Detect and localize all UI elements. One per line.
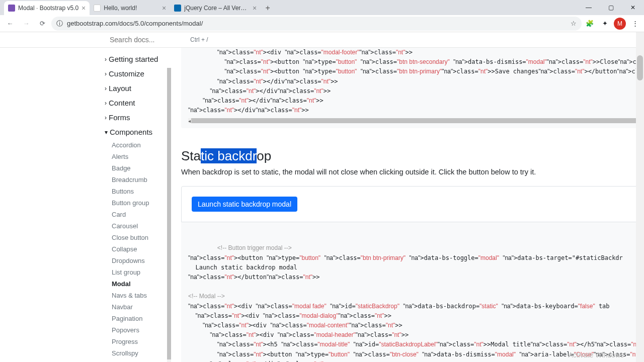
favicon-jquery [174, 5, 181, 12]
extension-icon[interactable]: 🧩 [584, 18, 596, 30]
kebab-menu-icon[interactable]: ⋮ [629, 18, 641, 30]
favicon-bootstrap [8, 5, 15, 12]
forward-button[interactable]: → [19, 17, 33, 31]
extensions-menu-icon[interactable]: ✦ [599, 18, 611, 30]
minimize-button[interactable]: — [578, 0, 600, 15]
address-bar[interactable]: ⓘ getbootstrap.com/docs/5.0/components/m… [51, 17, 582, 31]
tab[interactable]: jQuery Core – All Versions | jQ × [170, 1, 261, 15]
back-button[interactable]: ← [3, 17, 17, 31]
browser-toolbar: ← → ⟳ ⓘ getbootstrap.com/docs/5.0/compon… [0, 15, 644, 32]
tab[interactable]: Hello, world! × [90, 1, 170, 15]
close-icon[interactable]: × [82, 4, 86, 12]
site-info-icon[interactable]: ⓘ [56, 19, 63, 28]
browser-titlebar: Modal · Bootstrap v5.0 × Hello, world! ×… [0, 0, 644, 15]
close-window-button[interactable]: ✕ [622, 0, 644, 15]
profile-avatar[interactable]: M [614, 18, 626, 30]
bookmark-icon[interactable]: ☆ [571, 20, 577, 27]
favicon [94, 5, 101, 12]
close-icon[interactable]: × [253, 4, 257, 12]
reload-button[interactable]: ⟳ [35, 17, 49, 31]
maximize-button[interactable]: ▢ [600, 0, 622, 15]
tab-active[interactable]: Modal · Bootstrap v5.0 × [4, 1, 90, 15]
close-icon[interactable]: × [162, 4, 166, 12]
new-tab-button[interactable]: + [261, 1, 275, 15]
